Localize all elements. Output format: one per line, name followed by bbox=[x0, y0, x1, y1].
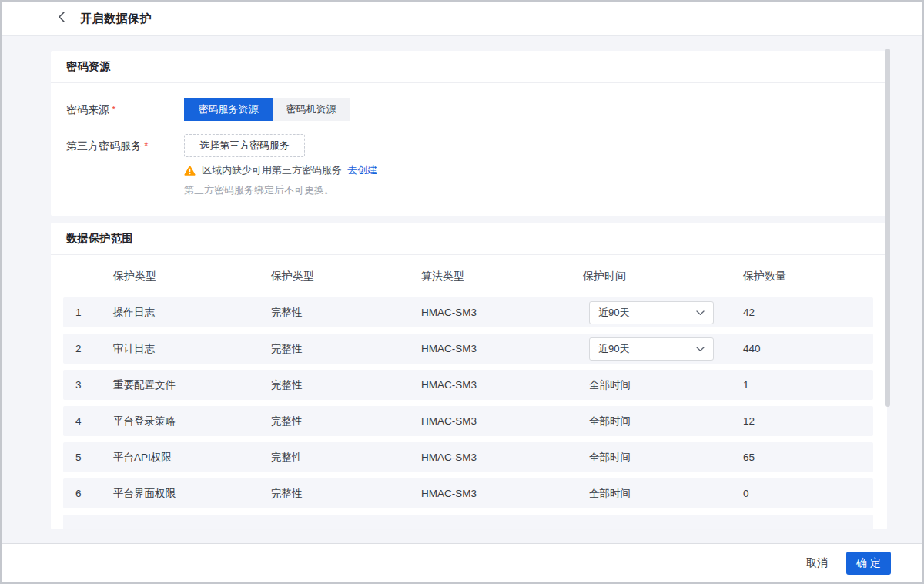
row-protect-type: 平台登录策略 bbox=[103, 415, 261, 428]
row-count: 12 bbox=[727, 415, 873, 427]
row-index: 5 bbox=[63, 451, 103, 463]
password-source-segmented: 密码服务资源 密码机资源 bbox=[184, 98, 350, 121]
time-select[interactable]: 近90天 bbox=[589, 301, 714, 324]
cancel-button[interactable]: 取消 bbox=[806, 556, 828, 570]
row-protect-type: 操作日志 bbox=[103, 306, 261, 320]
row-count: 440 bbox=[727, 343, 873, 354]
row-protect-kind: 完整性 bbox=[261, 415, 407, 428]
row-count: 42 bbox=[727, 307, 873, 318]
row-protect-kind: 完整性 bbox=[261, 378, 407, 392]
time-select-value: 近90天 bbox=[598, 342, 629, 356]
table-row-partial bbox=[63, 515, 873, 529]
password-source-field: 密码来源* 密码服务资源 密码机资源 bbox=[66, 98, 872, 121]
table-body: 1 操作日志 完整性 HMAC-SM3 近90天 近90天 42 2 审计日志 … bbox=[51, 297, 887, 529]
required-asterisk: * bbox=[112, 103, 116, 116]
confirm-button[interactable]: 确 定 bbox=[846, 552, 891, 575]
row-index: 3 bbox=[63, 379, 103, 391]
select-third-party-service-button[interactable]: 选择第三方密码服务 bbox=[184, 134, 305, 157]
row-index: 2 bbox=[63, 343, 103, 354]
field-note: 第三方密码服务绑定后不可更换。 bbox=[184, 183, 377, 197]
time-select[interactable]: 近90天 bbox=[589, 337, 714, 361]
table-row: 4 平台登录策略 完整性 HMAC-SM3 全部时间 全部时间 12 bbox=[63, 406, 873, 436]
table-row: 2 审计日志 完整性 HMAC-SM3 近90天 近90天 440 bbox=[63, 334, 873, 364]
third-party-service-field: 第三方密码服务* 选择第三方密码服务 区域内缺少可用第三方密码服务 去创建 第三… bbox=[66, 134, 872, 197]
table-row: 5 平台API权限 完整性 HMAC-SM3 全部时间 全部时间 65 bbox=[63, 442, 873, 472]
tab-password-service-resource[interactable]: 密码服务资源 bbox=[184, 98, 273, 121]
row-algorithm: HMAC-SM3 bbox=[407, 488, 569, 499]
time-text: 全部时间 bbox=[589, 379, 631, 391]
row-time-cell: 全部时间 全部时间 bbox=[569, 487, 727, 501]
row-count: 65 bbox=[727, 451, 873, 463]
warning-icon bbox=[184, 166, 196, 176]
row-index: 1 bbox=[63, 307, 103, 318]
row-index: 4 bbox=[63, 415, 103, 427]
top-bar: 开启数据保护 bbox=[2, 2, 922, 36]
column-header-time: 保护时间 bbox=[569, 270, 727, 284]
card-title: 密码资源 bbox=[66, 60, 111, 74]
protection-scope-card: 数据保护范围 保护类型 保护类型 算法类型 保护时间 保护数量 1 操作日志 完… bbox=[51, 223, 887, 529]
protection-scope-card-header: 数据保护范围 bbox=[51, 223, 887, 255]
row-time-cell: 近90天 近90天 bbox=[569, 301, 727, 324]
time-text: 全部时间 bbox=[589, 415, 631, 427]
row-protect-type: 重要配置文件 bbox=[103, 378, 261, 392]
row-protect-type: 平台API权限 bbox=[103, 451, 261, 465]
password-resource-card: 密码资源 密码来源* 密码服务资源 密码机资源 第三方密码服务* bbox=[51, 51, 887, 216]
row-algorithm: HMAC-SM3 bbox=[407, 415, 569, 427]
row-count: 1 bbox=[727, 379, 873, 391]
row-index: 6 bbox=[63, 488, 103, 499]
row-time-cell: 全部时间 全部时间 bbox=[569, 451, 727, 465]
row-protect-kind: 完整性 bbox=[261, 306, 407, 320]
row-protect-kind: 完整性 bbox=[261, 487, 407, 501]
card-title: 数据保护范围 bbox=[66, 232, 133, 246]
row-algorithm: HMAC-SM3 bbox=[407, 451, 569, 463]
column-header-count: 保护数量 bbox=[727, 270, 873, 284]
back-button[interactable] bbox=[58, 11, 65, 26]
row-protect-kind: 完整性 bbox=[261, 451, 407, 465]
row-protect-kind: 完整性 bbox=[261, 342, 407, 356]
time-select-value: 近90天 bbox=[598, 306, 629, 320]
password-resource-card-header: 密码资源 bbox=[51, 51, 887, 83]
time-text: 全部时间 bbox=[589, 488, 631, 499]
vertical-scrollbar-thumb[interactable] bbox=[886, 49, 890, 407]
chevron-down-icon bbox=[696, 307, 705, 318]
enable-data-protection-page: 开启数据保护 密码资源 密码来源* 密码服务资源 密码机资源 bbox=[0, 0, 924, 584]
row-protect-type: 审计日志 bbox=[103, 342, 261, 356]
row-count: 0 bbox=[727, 488, 873, 499]
required-asterisk: * bbox=[144, 139, 148, 152]
table-row: 6 平台界面权限 完整性 HMAC-SM3 全部时间 全部时间 0 bbox=[63, 478, 873, 508]
table-header: 保护类型 保护类型 算法类型 保护时间 保护数量 bbox=[51, 255, 887, 297]
row-algorithm: HMAC-SM3 bbox=[407, 379, 569, 391]
warning-line: 区域内缺少可用第三方密码服务 去创建 bbox=[184, 163, 377, 177]
table-row: 1 操作日志 完整性 HMAC-SM3 近90天 近90天 42 bbox=[63, 297, 873, 327]
page-title: 开启数据保护 bbox=[80, 12, 152, 26]
row-algorithm: HMAC-SM3 bbox=[407, 307, 569, 318]
row-algorithm: HMAC-SM3 bbox=[407, 343, 569, 354]
row-time-cell: 全部时间 全部时间 bbox=[569, 378, 727, 392]
row-time-cell: 近90天 近90天 bbox=[569, 337, 727, 361]
row-protect-type: 平台界面权限 bbox=[103, 487, 261, 501]
warning-text: 区域内缺少可用第三方密码服务 bbox=[202, 163, 342, 177]
field-label: 密码来源* bbox=[66, 98, 184, 121]
footer-action-bar: 取消 确 定 bbox=[2, 543, 922, 582]
tab-password-machine-resource[interactable]: 密码机资源 bbox=[273, 98, 350, 121]
field-label: 第三方密码服务* bbox=[66, 134, 184, 197]
time-text: 全部时间 bbox=[589, 451, 631, 463]
go-create-link[interactable]: 去创建 bbox=[347, 163, 377, 177]
column-header-protect-kind: 保护类型 bbox=[261, 270, 407, 284]
chevron-down-icon bbox=[696, 343, 705, 354]
column-header-algorithm: 算法类型 bbox=[407, 270, 569, 284]
row-time-cell: 全部时间 全部时间 bbox=[569, 415, 727, 428]
column-header-protect-type: 保护类型 bbox=[103, 270, 261, 284]
chevron-left-icon bbox=[58, 11, 65, 26]
table-row: 3 重要配置文件 完整性 HMAC-SM3 全部时间 全部时间 1 bbox=[63, 370, 873, 400]
page-body: 密码资源 密码来源* 密码服务资源 密码机资源 第三方密码服务* bbox=[2, 36, 922, 545]
